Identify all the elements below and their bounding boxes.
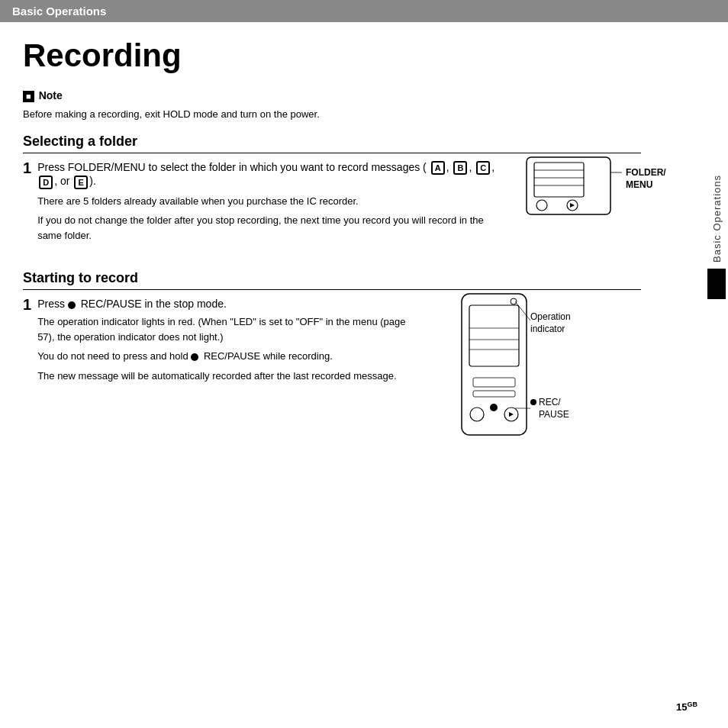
badge-b: B xyxy=(453,161,467,175)
badge-a: A xyxy=(431,161,445,175)
svg-point-11 xyxy=(511,298,517,304)
folder-menu-label: FOLDER/MENU xyxy=(626,167,666,191)
svg-rect-15 xyxy=(473,378,515,387)
step-content-record: Press REC/PAUSE in the stop mode. The op… xyxy=(37,298,641,443)
step-record-sub3: The new message will be automatically re… xyxy=(37,369,420,384)
step-record-1: 1 Press REC/PAUSE in the stop mode. The … xyxy=(23,298,641,443)
svg-marker-19 xyxy=(509,412,514,417)
device-folder-illustration xyxy=(519,153,641,222)
step-record-main: Press REC/PAUSE in the stop mode. xyxy=(37,298,420,310)
svg-point-20 xyxy=(490,404,498,411)
svg-rect-9 xyxy=(462,294,527,435)
sidebar-tab-text: Basic Operations xyxy=(711,175,723,263)
svg-line-21 xyxy=(515,301,530,321)
step-record-sub1: The operation indicator lights in red. (… xyxy=(37,314,420,344)
badge-c: C xyxy=(476,161,490,175)
rec-dot-inline2 xyxy=(191,353,198,361)
svg-point-5 xyxy=(536,200,547,211)
page-num-suffix: GB xyxy=(688,701,698,708)
section-heading-record: Starting to record xyxy=(23,270,641,290)
header-bar: Basic Operations xyxy=(0,0,728,22)
rec-dot-inline xyxy=(68,301,76,309)
header-title: Basic Operations xyxy=(12,5,106,18)
step-content-folder: Press FOLDER/MENU to select the folder i… xyxy=(37,161,641,247)
svg-rect-1 xyxy=(534,163,584,197)
operation-indicator-label: Operationindicator xyxy=(530,311,571,335)
page-title: Recording xyxy=(23,37,641,74)
svg-rect-16 xyxy=(473,391,515,397)
svg-rect-0 xyxy=(527,157,610,214)
step-folder-main: Press FOLDER/MENU to select the folder i… xyxy=(37,161,496,189)
folder-device-area: FOLDER/MENU xyxy=(519,153,641,222)
note-section: ■ Note Before making a recording, exit H… xyxy=(23,89,641,120)
svg-marker-7 xyxy=(570,203,575,208)
sidebar-tab-marker xyxy=(707,269,726,299)
section-heading-folder: Selecting a folder xyxy=(23,134,641,153)
page-num-value: 15 xyxy=(676,701,687,713)
step-number-2: 1 xyxy=(23,296,31,314)
step-folder-sub1: There are 5 folders already available wh… xyxy=(37,194,496,209)
main-content: Recording ■ Note Before making a recordi… xyxy=(0,22,664,458)
rec-pause-label: REC/PAUSE xyxy=(530,397,569,420)
svg-point-17 xyxy=(470,407,484,421)
step-folder-1: 1 Press FOLDER/MENU to select the folder… xyxy=(23,161,641,247)
note-icon: ■ xyxy=(23,91,34,102)
note-title: Note xyxy=(39,89,63,101)
step-folder-sub2: If you do not change the folder after yo… xyxy=(37,213,496,243)
badge-d: D xyxy=(39,176,53,189)
rec-device-area: Operationindicator REC/PAUSE xyxy=(443,290,641,443)
sidebar-tab: Basic Operations xyxy=(705,153,728,321)
page-number: 15GB xyxy=(676,701,697,713)
badge-e: E xyxy=(74,176,88,189)
svg-rect-10 xyxy=(469,305,519,366)
step-record-sub2: You do not need to press and hold REC/PA… xyxy=(37,349,420,364)
note-text: Before making a recording, exit HOLD mod… xyxy=(23,108,320,120)
step-number-1: 1 xyxy=(23,159,31,177)
